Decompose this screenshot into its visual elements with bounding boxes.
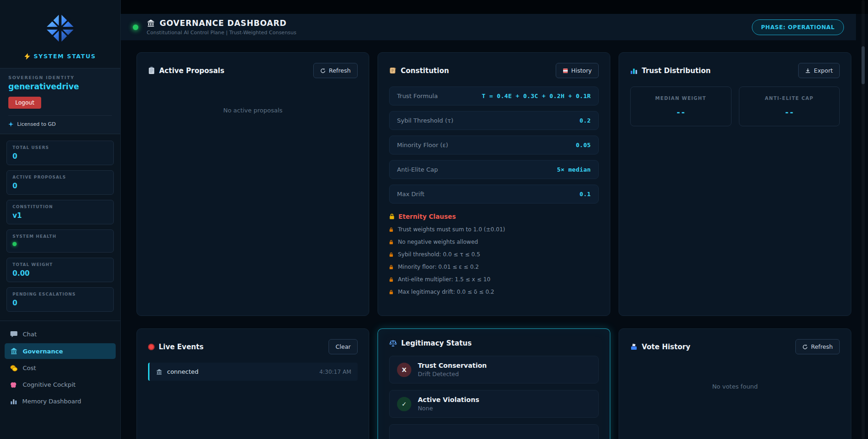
eternity-title-text: Eternity Clauses (398, 213, 456, 220)
status-item-active-violations: ✓ Active Violations None (389, 390, 599, 418)
sidebar: SYSTEM STATUS SOVEREIGN IDENTITY generat… (0, 0, 121, 439)
sidebar-item-governance[interactable]: Governance (5, 343, 116, 359)
nav-label: Chat (23, 331, 37, 338)
legitimacy-status-card: Legitimacy Status X Trust Conservation D… (378, 328, 610, 439)
lock-icon (389, 290, 393, 295)
vote-history-card: Vote History Refresh No votes found (619, 328, 851, 439)
sidebar-item-cognitive-cockpit[interactable]: Cognitive Cockpit (5, 377, 116, 392)
coins-icon (10, 365, 18, 371)
status-item-trust-conservation: X Trust Conservation Drift Detected (389, 356, 599, 383)
eternity-clause: Sybil threshold: 0.0 ≤ τ ≤ 0.5 (389, 251, 599, 258)
eternity-clause: Max legitimacy drift: 0.0 ≤ δ ≤ 0.2 (389, 289, 599, 295)
card-title: Vote History (642, 343, 690, 351)
clause-text: Sybil threshold: 0.0 ≤ τ ≤ 0.5 (398, 251, 480, 258)
stat-value: 0 (12, 152, 108, 161)
nav-label: Memory Dashboard (22, 398, 81, 405)
stat-value: 0 (12, 182, 108, 190)
export-button[interactable]: Export (798, 63, 840, 78)
lock-icon (389, 213, 395, 220)
stat-label: PENDING ESCALATIONS (12, 292, 108, 297)
lightning-bolt-icon (25, 53, 30, 60)
clause-text: Max legitimacy drift: 0.0 ≤ δ ≤ 0.2 (398, 289, 494, 295)
check-icon: ✓ (397, 397, 411, 411)
metric-value: -- (744, 108, 835, 117)
bar-chart-icon (630, 67, 638, 74)
license-text: Licensed to GD (17, 121, 56, 127)
bank-icon (147, 19, 155, 27)
identity-panel: SOVEREIGN IDENTITY generativedrive Logou… (0, 68, 120, 134)
constitution-param-row: Trust Formula T = 0.4E + 0.3C + 0.2H + 0… (389, 87, 599, 105)
button-label: Refresh (329, 67, 351, 74)
param-label: Trust Formula (397, 93, 438, 99)
refresh-proposals-button[interactable]: Refresh (313, 63, 358, 78)
button-label: Refresh (811, 343, 833, 350)
status-item (389, 424, 599, 439)
scales-icon (389, 340, 397, 347)
eternity-clause: Anti-elite multiplier: 1.5 ≤ x ≤ 10 (389, 276, 599, 283)
bar-chart-icon (10, 398, 17, 405)
lock-icon (389, 265, 393, 270)
stat-label: ACTIVE PROPOSALS (12, 175, 108, 179)
button-label: Export (814, 67, 833, 74)
lock-icon (389, 227, 393, 232)
sidebar-nav: Chat Governance Cost Cognitive Cockp (0, 321, 120, 416)
refresh-icon (802, 344, 808, 350)
trust-metrics: MEDIAN WEIGHT -- ANTI-ELITE CAP -- (630, 87, 840, 126)
history-button[interactable]: History (556, 63, 599, 78)
download-icon (805, 68, 811, 74)
main-content: GOVERNANCE DASHBOARD Constitutional AI C… (121, 0, 868, 439)
refresh-votes-button[interactable]: Refresh (795, 339, 840, 354)
stat-system-health: SYSTEM HEALTH (6, 229, 114, 253)
param-value: 0.1 (580, 191, 591, 198)
history-icon (563, 68, 568, 74)
stat-total-weight: TOTAL WEIGHT 0.00 (6, 258, 114, 282)
constitution-param-row: Minority Floor (ε) 0.05 (389, 136, 599, 155)
dashboard-grid: Active Proposals Refresh No active propo… (121, 40, 868, 439)
stat-label: TOTAL WEIGHT (12, 262, 108, 267)
clause-text: Trust weights must sum to 1.0 (±0.01) (398, 226, 505, 233)
scroll-icon (389, 67, 397, 74)
card-title-row: Trust Distribution (630, 67, 711, 75)
constitution-param-row: Sybil Threshold (τ) 0.2 (389, 111, 599, 130)
clause-text: Anti-elite multiplier: 1.5 ≤ x ≤ 10 (398, 276, 490, 283)
event-timestamp: 4:30:17 AM (319, 369, 351, 375)
clause-text: No negative weights allowed (398, 239, 478, 245)
param-label: Anti-Elite Cap (397, 166, 438, 173)
card-title: Legitimacy Status (401, 339, 471, 347)
sidebar-item-memory-dashboard[interactable]: Memory Dashboard (5, 394, 116, 409)
top-strip (121, 0, 868, 14)
logout-button[interactable]: Logout (8, 97, 41, 109)
stat-constitution: CONSTITUTION v1 (6, 200, 114, 224)
stat-label: CONSTITUTION (12, 204, 108, 209)
brain-icon (10, 382, 18, 388)
button-label: Clear (335, 343, 351, 350)
phase-badge: PHASE: OPERATIONAL (752, 19, 844, 35)
stat-total-users: TOTAL USERS 0 (6, 141, 114, 165)
stat-value: v1 (12, 211, 108, 220)
sidebar-item-chat[interactable]: Chat (5, 327, 116, 342)
status-subtitle: Drift Detected (418, 371, 487, 377)
page-header: GOVERNANCE DASHBOARD Constitutional AI C… (121, 14, 856, 40)
stat-value: 0.00 (12, 269, 108, 278)
clear-events-button[interactable]: Clear (329, 339, 358, 354)
lock-icon (389, 277, 393, 282)
license-note: Licensed to GD (8, 115, 112, 127)
eternity-clause: No negative weights allowed (389, 239, 599, 245)
card-title: Trust Distribution (642, 67, 711, 75)
chat-icon (10, 331, 18, 338)
card-title-row: Active Proposals (148, 67, 224, 75)
status-title: Active Violations (418, 396, 479, 403)
scrollbar-thumb[interactable] (862, 46, 865, 84)
trust-distribution-card: Trust Distribution Export MEDIAN WEIGHT … (619, 52, 851, 316)
constitution-card: Constitution History Trust Formula T = 0… (378, 52, 610, 316)
eternity-clauses-heading: Eternity Clauses (389, 213, 599, 220)
stat-label: SYSTEM HEALTH (12, 234, 108, 239)
nav-label: Governance (23, 348, 63, 355)
lock-icon (389, 252, 393, 257)
sidebar-item-cost[interactable]: Cost (5, 360, 116, 376)
bank-icon (10, 347, 18, 355)
param-value: T = 0.4E + 0.3C + 0.2H + 0.1R (482, 93, 591, 99)
empty-votes-text: No votes found (630, 383, 840, 390)
system-status-heading: SYSTEM STATUS (0, 50, 120, 68)
metric-label: ANTI-ELITE CAP (744, 96, 835, 101)
